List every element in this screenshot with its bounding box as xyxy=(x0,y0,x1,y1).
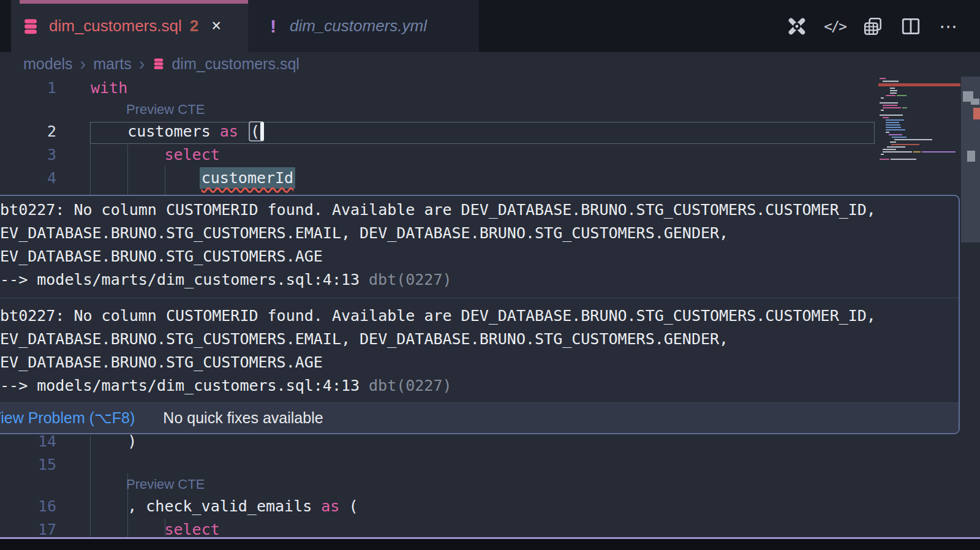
breadcrumb: models › marts › dim_customers.sql xyxy=(0,52,980,75)
problem-message-line: DEV_DATABASE.BRUNO.STG_CUSTOMERS.AGE xyxy=(0,245,949,268)
line-number: 15 xyxy=(0,453,56,477)
code-line-text: customers as ( xyxy=(91,120,264,143)
tab-label: dim_customers.sql xyxy=(49,17,182,36)
hover-footer: View Problem (⌥F8) No quick fixes availa… xyxy=(0,402,959,433)
code-token xyxy=(91,432,127,450)
code-line[interactable]: 16 , check_valid_emails as ( xyxy=(0,495,980,518)
text-cursor: ( xyxy=(249,121,264,141)
database-icon xyxy=(21,17,40,36)
active-tab-top-border xyxy=(20,0,262,4)
tab-dim-customers-sql[interactable]: dim_customers.sql 2 × xyxy=(11,0,248,52)
window-bottom-edge xyxy=(0,539,980,550)
problem-message-line: dbt0227: No column CUSTOMERID found. Ava… xyxy=(0,304,949,328)
code-token: customers xyxy=(127,122,220,140)
editor-actions: </> ⋯ xyxy=(786,0,959,52)
split-editor-icon[interactable] xyxy=(900,16,921,37)
problem-hover-popup: dbt0227: No column CUSTOMERID found. Ava… xyxy=(0,195,960,434)
tab-problems-badge: 2 xyxy=(190,17,198,36)
line-number: 1 xyxy=(0,77,56,100)
line-number: 3 xyxy=(0,143,56,167)
ruler-error-marker xyxy=(973,108,980,119)
problem-message-line: --> models/marts/dim_customers.sql:4:13d… xyxy=(0,374,949,397)
code-line-text: with xyxy=(91,77,127,100)
code-line-text: customerId xyxy=(91,167,293,190)
view-problem-link[interactable]: View Problem (⌥F8) xyxy=(0,409,135,427)
code-line[interactable]: 4 customerId xyxy=(0,167,980,190)
close-icon[interactable]: × xyxy=(211,17,221,36)
problem-message-line: --> models/marts/dim_customers.sql:4:13d… xyxy=(0,268,949,292)
code-line[interactable]: 2 customers as ( xyxy=(0,120,980,143)
problem-message-line: DEV_DATABASE.BRUNO.STG_CUSTOMERS.AGE xyxy=(0,351,949,374)
code-token: ) xyxy=(127,432,137,450)
code-token xyxy=(91,521,164,538)
ruler-marker xyxy=(971,99,979,105)
line-number: 4 xyxy=(0,167,56,190)
tab-dim-customers-yml[interactable]: ! dim_customers.yml xyxy=(248,0,479,52)
code-line-text: select xyxy=(91,143,220,167)
code-token xyxy=(91,122,127,140)
code-token: select xyxy=(164,146,219,164)
problem-source-code: dbt(0227) xyxy=(369,377,451,394)
code-token xyxy=(91,146,164,164)
breadcrumb-item-models[interactable]: models xyxy=(23,55,73,73)
problem-message-line: DEV_DATABASE.BRUNO.STG_CUSTOMERS.EMAIL, … xyxy=(0,222,949,245)
code-token: as xyxy=(321,497,339,515)
code-token: as xyxy=(220,122,238,140)
tab-bar: dim_customers.sql 2 × ! dim_customers.ym… xyxy=(0,0,980,52)
vscode-window: dim_customers.sql 2 × ! dim_customers.ym… xyxy=(0,0,980,550)
code-token xyxy=(91,169,202,187)
problem-message-line: dbt0227: No column CUSTOMERID found. Ava… xyxy=(0,198,949,222)
line-number: 16 xyxy=(0,495,56,518)
code-line-text: , check_valid_emails as ( xyxy=(91,495,358,518)
breadcrumb-item-marts[interactable]: marts xyxy=(93,55,132,73)
problem-message: dbt0227: No column CUSTOMERID found. Ava… xyxy=(0,196,959,298)
chevron-right-icon: › xyxy=(80,58,86,70)
query-results-icon[interactable] xyxy=(862,16,883,37)
no-quick-fixes-hint: No quick fixes available xyxy=(163,409,323,427)
problem-source-code: dbt(0227) xyxy=(369,271,451,288)
warning-icon: ! xyxy=(270,16,276,37)
code-token xyxy=(238,122,247,140)
problem-message-line: DEV_DATABASE.BRUNO.STG_CUSTOMERS.EMAIL, … xyxy=(0,328,949,351)
line-number: 2 xyxy=(0,120,56,143)
code-lens-preview-cte[interactable]: Preview CTE xyxy=(126,475,205,494)
database-icon xyxy=(152,57,165,70)
problem-message: dbt0227: No column CUSTOMERID found. Ava… xyxy=(0,298,959,402)
chevron-right-icon: › xyxy=(139,58,145,70)
minimap[interactable] xyxy=(878,75,960,200)
more-actions-icon[interactable]: ⋯ xyxy=(938,16,959,37)
code-line[interactable]: 3 select xyxy=(0,143,980,167)
code-line[interactable]: 15 xyxy=(0,453,980,477)
code-token: , check_valid_emails xyxy=(91,497,321,515)
code-token: with xyxy=(91,79,127,97)
ruler-marker xyxy=(967,151,975,162)
breadcrumb-item-file[interactable]: dim_customers.sql xyxy=(172,55,299,73)
code-lens-preview-cte[interactable]: Preview CTE xyxy=(126,100,205,119)
code-token: select xyxy=(164,521,219,538)
dbt-power-user-icon[interactable] xyxy=(786,16,807,37)
code-line[interactable]: 1with xyxy=(0,77,980,100)
tab-label: dim_customers.yml xyxy=(290,17,427,36)
code-icon[interactable]: </> xyxy=(824,16,845,37)
code-token: ( xyxy=(339,497,358,515)
highlighted-word: customerId xyxy=(200,167,296,189)
